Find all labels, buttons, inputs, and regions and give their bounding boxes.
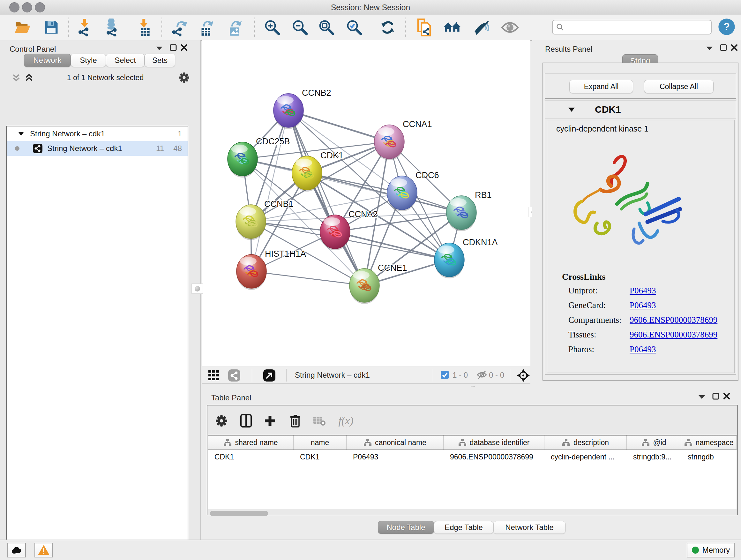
node-CDK1[interactable]: CDK1 <box>292 151 343 192</box>
gene-description: cyclin-dependent kinase 1 <box>556 124 649 133</box>
crosslink-link[interactable]: 9606.ENSP00000378699 <box>630 330 718 340</box>
table-cell[interactable]: 9606.ENSP00000378699 <box>444 450 544 463</box>
tab-style[interactable]: Style <box>71 54 106 67</box>
show-all-icon[interactable] <box>501 17 519 37</box>
gene-entry-header[interactable]: CDK1 <box>545 101 736 118</box>
fit-selected-icon[interactable] <box>516 368 530 382</box>
selected-checkbox-icon[interactable] <box>441 370 449 379</box>
network-selection-bar: 1 of 1 Network selected <box>6 71 188 85</box>
table-row[interactable]: CDK1CDK1P064939606.ENSP00000378699cyclin… <box>208 450 737 463</box>
table-gear-icon[interactable] <box>213 413 230 429</box>
tab-network[interactable]: Network <box>24 54 71 67</box>
crosslink-link[interactable]: P06493 <box>630 300 656 310</box>
collapse-all-button[interactable]: Collapse All <box>644 80 714 93</box>
export-network-icon[interactable] <box>170 17 189 37</box>
table-cell[interactable]: CDK1 <box>293 450 347 463</box>
tab-sets[interactable]: Sets <box>145 54 175 67</box>
open-session-icon[interactable] <box>13 17 31 37</box>
hide-selected-icon[interactable] <box>473 17 491 37</box>
zoom-in-icon[interactable] <box>263 17 281 37</box>
column-header-description[interactable]: description <box>544 435 627 449</box>
tab-network-table[interactable]: Network Table <box>493 521 565 534</box>
node-RB1[interactable]: RB1 <box>447 190 492 231</box>
maximize-panel-icon[interactable] <box>169 44 178 52</box>
toolbar-separator <box>68 17 69 37</box>
table-cell[interactable]: stringdb:9... <box>627 450 681 463</box>
main-toolbar: ? <box>0 15 741 41</box>
grid-view-icon[interactable] <box>208 370 219 381</box>
import-network-file-icon[interactable] <box>75 17 94 37</box>
column-header-name[interactable]: name <box>293 435 347 449</box>
edge-CCNB2-CCNE1[interactable] <box>288 111 364 286</box>
float-panel-icon[interactable] <box>704 44 714 52</box>
search-input[interactable] <box>564 23 711 32</box>
maximize-panel-icon[interactable] <box>711 392 721 400</box>
node-CCNE1[interactable]: CCNE1 <box>349 263 407 304</box>
node-CCNB1[interactable]: CCNB1 <box>236 199 293 240</box>
show-columns-icon[interactable] <box>238 413 254 429</box>
warning-button[interactable] <box>35 543 53 557</box>
zoom-fit-icon[interactable] <box>317 17 335 37</box>
column-header--id[interactable]: @id <box>627 435 681 449</box>
table-body[interactable]: CDK1CDK1P064939606.ENSP00000378699cyclin… <box>208 450 737 463</box>
close-panel-icon[interactable] <box>179 44 189 52</box>
tab-edge-table[interactable]: Edge Table <box>434 521 493 534</box>
tab-select[interactable]: Select <box>106 54 145 67</box>
node-CDKN1A[interactable]: CDKN1A <box>434 238 498 278</box>
maximize-panel-icon[interactable] <box>719 44 728 52</box>
network-collection-row[interactable]: String Network – cdk1 1 <box>7 126 188 141</box>
close-panel-icon[interactable] <box>722 392 731 400</box>
table-container: f(x) shared namenamecanonical namedataba… <box>207 405 738 515</box>
import-network-database-icon[interactable] <box>103 17 121 37</box>
expand-all-icon[interactable] <box>25 73 33 82</box>
column-header-canonical-name[interactable]: canonical name <box>347 435 444 449</box>
column-tree-icon <box>684 439 692 446</box>
zoom-selected-icon[interactable] <box>345 17 363 37</box>
network-row[interactable]: String Network – cdk1 11 48 <box>7 141 188 156</box>
crosslink-link[interactable]: P06493 <box>630 345 656 354</box>
float-panel-icon[interactable] <box>154 44 164 52</box>
column-header-database-identifier[interactable]: database identifier <box>444 435 544 449</box>
crosslink-link[interactable]: P06493 <box>630 286 656 296</box>
import-table-file-icon[interactable] <box>135 17 154 37</box>
table-cell[interactable]: stringdb <box>681 450 737 463</box>
string-home-icon[interactable] <box>443 17 461 37</box>
close-panel-icon[interactable] <box>730 44 739 52</box>
add-column-icon[interactable] <box>262 413 278 429</box>
collapse-triangle-icon[interactable] <box>18 132 24 136</box>
table-cell[interactable]: cyclin-dependent ... <box>544 450 627 463</box>
gear-icon[interactable] <box>179 72 190 83</box>
node-table[interactable]: shared namenamecanonical namedatabase id… <box>208 435 737 509</box>
open-in-new-window-icon[interactable] <box>263 369 276 382</box>
delete-column-icon[interactable] <box>287 413 304 429</box>
table-cell[interactable]: CDK1 <box>208 450 293 463</box>
network-graph[interactable]: CCNB2CCNA1CDC25BCDK1CDC6RB1CCNB1CCNA2CDK… <box>202 40 530 367</box>
export-image-icon[interactable] <box>226 17 244 37</box>
edge-HIST1H1A-CCNE1[interactable] <box>252 271 364 286</box>
crosslink-link[interactable]: 9606.ENSP00000378699 <box>630 315 718 325</box>
help-icon[interactable]: ? <box>718 17 736 37</box>
node-CCNA1[interactable]: CCNA1 <box>374 119 432 160</box>
expand-all-button[interactable]: Expand All <box>569 80 633 93</box>
table-cell[interactable]: P06493 <box>347 450 444 463</box>
tab-node-table[interactable]: Node Table <box>378 521 434 534</box>
node-label-CDK1: CDK1 <box>320 151 343 160</box>
network-canvas[interactable]: CCNB2CCNA1CDC25BCDK1CDC6RB1CCNB1CCNA2CDK… <box>202 40 530 367</box>
node-HIST1H1A[interactable]: HIST1H1A <box>237 249 306 290</box>
import-string-doc-icon[interactable] <box>415 17 434 37</box>
memory-button[interactable]: Memory <box>687 543 735 557</box>
collapse-all-icon[interactable] <box>12 73 20 82</box>
zoom-out-icon[interactable] <box>290 17 309 37</box>
table-horizontal-scrollbar[interactable] <box>210 511 268 516</box>
export-table-icon[interactable] <box>197 17 215 37</box>
edge-CCNB2-CCNA1[interactable] <box>288 111 389 142</box>
refresh-icon[interactable] <box>379 17 397 37</box>
cloud-button[interactable] <box>7 543 26 557</box>
column-header-shared-name[interactable]: shared name <box>208 435 293 449</box>
column-header-namespace[interactable]: namespace <box>681 435 737 449</box>
search-field[interactable] <box>552 20 712 35</box>
network-view-icon[interactable] <box>228 369 241 382</box>
float-panel-icon[interactable] <box>697 393 706 401</box>
save-session-icon[interactable] <box>42 17 61 37</box>
left-splitter-handle[interactable] <box>192 284 203 294</box>
